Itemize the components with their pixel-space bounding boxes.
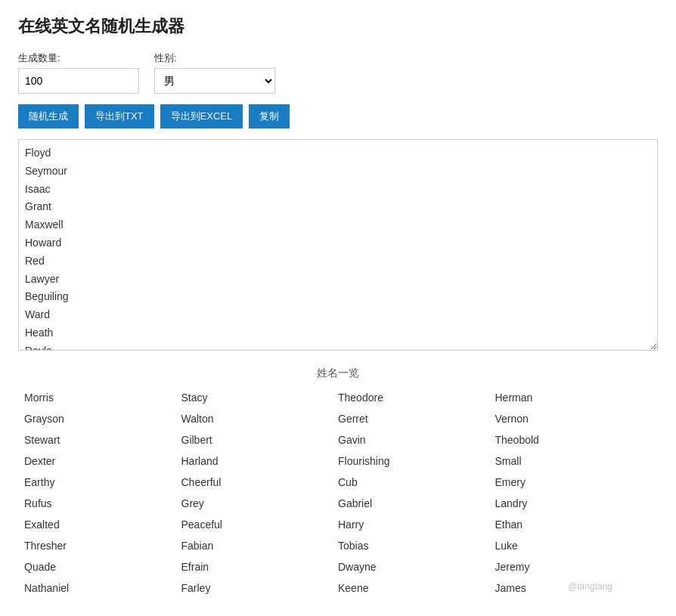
names-section: 姓名一览 MorrisStacyTheodoreHermanGraysonWal… — [18, 367, 658, 595]
list-item: Cheerful — [181, 475, 339, 489]
list-item: Cub — [338, 475, 495, 489]
form-row: 生成数量: 性别: 男 女 — [18, 51, 658, 94]
list-item: Rufus — [24, 497, 181, 510]
export-excel-button[interactable]: 导出到EXCEL — [160, 104, 243, 128]
list-item: Landry — [495, 497, 653, 510]
list-item: Herman — [495, 391, 653, 404]
list-item: Stewart — [24, 433, 181, 447]
page-title: 在线英文名随机生成器 — [18, 15, 658, 38]
list-item: Grey — [181, 497, 339, 510]
list-item: Keene — [338, 581, 495, 595]
gender-select[interactable]: 男 女 — [154, 68, 275, 94]
export-txt-button[interactable]: 导出到TXT — [85, 104, 154, 128]
list-item: Harland — [181, 454, 339, 468]
list-item: Grayson — [24, 412, 181, 426]
list-item: Ethan — [495, 518, 653, 531]
generate-button[interactable]: 随机生成 — [18, 104, 79, 128]
count-label: 生成数量: — [18, 51, 139, 65]
list-item: Gilbert — [181, 433, 339, 447]
list-item: Gerret — [338, 412, 495, 426]
list-item: Harry — [338, 518, 495, 531]
gender-group: 性别: 男 女 — [154, 51, 275, 94]
count-group: 生成数量: — [18, 51, 139, 94]
list-item: Small — [495, 454, 653, 468]
list-item: Quade — [24, 560, 181, 574]
names-textarea[interactable] — [18, 139, 658, 351]
list-item: Farley — [181, 581, 339, 595]
list-item: Stacy — [181, 391, 339, 404]
copy-button[interactable]: 复制 — [249, 104, 290, 128]
list-item: Morris — [24, 391, 181, 404]
list-item: Gavin — [338, 433, 495, 447]
list-item: Exalted — [24, 518, 181, 531]
list-item: Vernon — [495, 412, 653, 426]
list-item: Nathaniel — [24, 581, 181, 595]
list-item: Theodore — [338, 391, 495, 404]
list-item: Dexter — [24, 454, 181, 468]
list-item: Emery — [495, 475, 653, 489]
list-item: Fabian — [181, 539, 339, 553]
list-item: Luke — [495, 539, 653, 553]
button-row: 随机生成 导出到TXT 导出到EXCEL 复制 — [18, 104, 658, 128]
watermark-text: @tangtang — [568, 581, 612, 592]
gender-label: 性别: — [154, 51, 275, 65]
names-section-title: 姓名一览 — [18, 367, 658, 380]
list-item: Walton — [181, 412, 339, 426]
list-item: Earthy — [24, 475, 181, 489]
list-item: Efrain — [181, 560, 339, 574]
names-grid: MorrisStacyTheodoreHermanGraysonWaltonGe… — [18, 391, 658, 595]
list-item: Theobold — [495, 433, 653, 447]
list-item: Dwayne — [338, 560, 495, 574]
list-item: Gabriel — [338, 497, 495, 510]
list-item: Flourishing — [338, 454, 495, 468]
list-item: Peaceful — [181, 518, 339, 531]
list-item: Thresher — [24, 539, 181, 553]
count-input[interactable] — [18, 68, 139, 94]
list-item: Jeremy — [495, 560, 653, 574]
list-item: Tobias — [338, 539, 495, 553]
